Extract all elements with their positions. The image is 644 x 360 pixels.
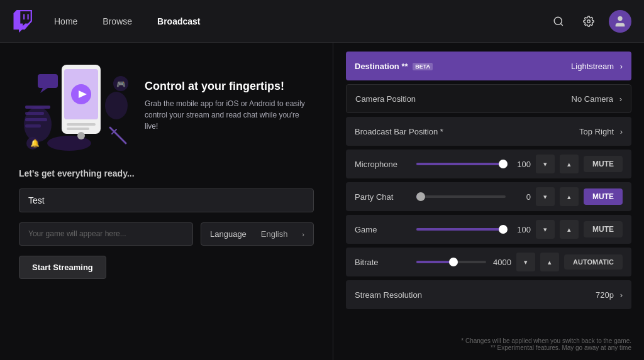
microphone-value: 100	[511, 160, 531, 169]
bitrate-auto-button[interactable]: AUTOMATIC	[564, 254, 623, 270]
language-selector[interactable]: Language English ›	[201, 222, 314, 246]
hero-illustration: 🔔 🎮	[19, 55, 132, 156]
camera-label: Camera Position	[355, 94, 425, 104]
microphone-fill	[416, 163, 503, 165]
destination-value: Lightstream ›	[439, 62, 623, 71]
bitrate-down-button[interactable]: ▾	[516, 253, 535, 271]
game-thumb[interactable]	[499, 225, 508, 234]
svg-line-3	[560, 23, 562, 25]
svg-marker-21	[40, 88, 48, 93]
camera-value: No Camera ›	[431, 94, 622, 104]
party-chat-down-button[interactable]: ▾	[536, 187, 555, 206]
svg-rect-18	[67, 128, 89, 130]
main-content: 🔔 🎮 Control at your fingertips! Grab the…	[0, 43, 644, 360]
microphone-row: Microphone 100 ▾ ▴ MUTE	[346, 150, 631, 178]
party-chat-value: 0	[511, 192, 531, 202]
footnote-1: * Changes will be applied when you switc…	[346, 337, 631, 344]
camera-arrow-icon: ›	[619, 94, 622, 104]
party-chat-mute-button[interactable]: MUTE	[584, 188, 623, 205]
svg-point-7	[105, 92, 128, 119]
game-slider[interactable]	[416, 228, 506, 231]
nav-broadcast[interactable]: Broadcast	[157, 16, 200, 26]
bitrate-row: Bitrate 4000 ▾ ▴ AUTOMATIC	[346, 248, 631, 276]
party-chat-up-button[interactable]: ▴	[560, 187, 579, 206]
svg-point-19	[77, 132, 85, 139]
footnote-2: ** Experimental features. May go away at…	[346, 344, 631, 351]
hero-title: Control at your fingertips!	[145, 80, 314, 93]
microphone-slider[interactable]	[416, 163, 506, 165]
svg-rect-20	[38, 74, 58, 88]
game-down-button[interactable]: ▾	[536, 220, 555, 239]
svg-rect-17	[67, 123, 96, 126]
bitrate-thumb[interactable]	[449, 258, 458, 266]
microphone-label: Microphone	[355, 160, 411, 169]
game-mute-button[interactable]: MUTE	[584, 221, 623, 237]
navbar: Home Browse Broadcast	[0, 0, 644, 43]
party-chat-label: Party Chat	[355, 192, 411, 202]
bitrate-up-button[interactable]: ▴	[540, 253, 559, 271]
svg-rect-12	[25, 124, 41, 128]
svg-point-5	[618, 16, 622, 20]
party-chat-row: Party Chat 0 ▾ ▴ MUTE	[346, 182, 631, 211]
bitrate-label: Bitrate	[355, 258, 411, 267]
search-button[interactable]	[548, 11, 569, 31]
svg-rect-0	[28, 14, 29, 19]
svg-point-4	[587, 19, 591, 23]
party-chat-thumb[interactable]	[416, 192, 425, 201]
microphone-mute-button[interactable]: MUTE	[584, 156, 623, 172]
microphone-thumb[interactable]	[499, 160, 508, 168]
game-label: Game	[355, 225, 411, 234]
stream-resolution-value: 720p ›	[430, 290, 623, 300]
bottom-row: Your game will appear here... Language E…	[19, 222, 314, 246]
language-value: English	[261, 229, 288, 239]
stream-resolution-label: Stream Resolution	[355, 290, 424, 300]
resolution-arrow-icon: ›	[620, 290, 623, 300]
nav-right	[548, 10, 631, 33]
nav-browse[interactable]: Browse	[103, 16, 132, 26]
party-chat-slider[interactable]	[416, 195, 506, 198]
broadcast-bar-value: Top Right ›	[468, 127, 623, 136]
hero-text: Control at your fingertips! Grab the mob…	[145, 80, 314, 132]
svg-point-2	[554, 17, 562, 25]
game-fill	[416, 228, 503, 231]
hero-description: Grab the mobile app for iOS or Android t…	[145, 98, 314, 132]
twitch-logo[interactable]	[13, 10, 35, 33]
svg-text:🔔: 🔔	[30, 138, 40, 148]
game-up-button[interactable]: ▴	[560, 220, 579, 239]
broadcast-bar-label: Broadcast Bar Position *	[355, 127, 462, 136]
broadcast-bar-row[interactable]: Broadcast Bar Position * Top Right ›	[346, 117, 631, 146]
language-label: Language	[210, 229, 247, 239]
stream-resolution-row[interactable]: Stream Resolution 720p ›	[346, 280, 631, 309]
svg-line-22	[110, 128, 126, 143]
footnotes: * Changes will be applied when you switc…	[346, 335, 631, 351]
svg-text:🎮: 🎮	[116, 79, 126, 89]
microphone-down-button[interactable]: ▾	[536, 155, 555, 173]
nav-links: Home Browse Broadcast	[54, 16, 548, 26]
right-panel: Destination ** BETA Lightstream › Camera…	[333, 43, 644, 360]
camera-row[interactable]: Camera Position No Camera ›	[346, 84, 631, 113]
destination-row: Destination ** BETA Lightstream ›	[346, 52, 631, 80]
start-streaming-button[interactable]: Start Streaming	[19, 256, 106, 279]
game-input[interactable]: Your game will appear here...	[19, 222, 193, 246]
microphone-up-button[interactable]: ▴	[560, 155, 579, 173]
beta-badge: BETA	[413, 63, 433, 70]
left-panel: 🔔 🎮 Control at your fingertips! Grab the…	[0, 43, 333, 360]
bitrate-fill	[416, 261, 453, 263]
language-arrow-icon: ›	[302, 231, 304, 238]
user-avatar[interactable]	[609, 10, 631, 33]
destination-label: Destination ** BETA	[355, 62, 433, 71]
broadcast-bar-arrow-icon: ›	[620, 127, 623, 136]
game-value: 100	[511, 225, 531, 234]
stream-title-input[interactable]	[19, 188, 314, 212]
settings-button[interactable]	[579, 11, 599, 31]
svg-rect-1	[23, 14, 25, 19]
svg-rect-11	[25, 118, 47, 121]
game-row: Game 100 ▾ ▴ MUTE	[346, 215, 631, 244]
bitrate-value: 4000	[491, 258, 511, 267]
svg-rect-9	[25, 106, 50, 109]
bitrate-slider[interactable]	[416, 261, 486, 263]
hero-section: 🔔 🎮 Control at your fingertips! Grab the…	[19, 55, 314, 156]
svg-rect-10	[25, 112, 44, 115]
nav-home[interactable]: Home	[54, 16, 77, 26]
destination-arrow-icon: ›	[620, 62, 623, 71]
